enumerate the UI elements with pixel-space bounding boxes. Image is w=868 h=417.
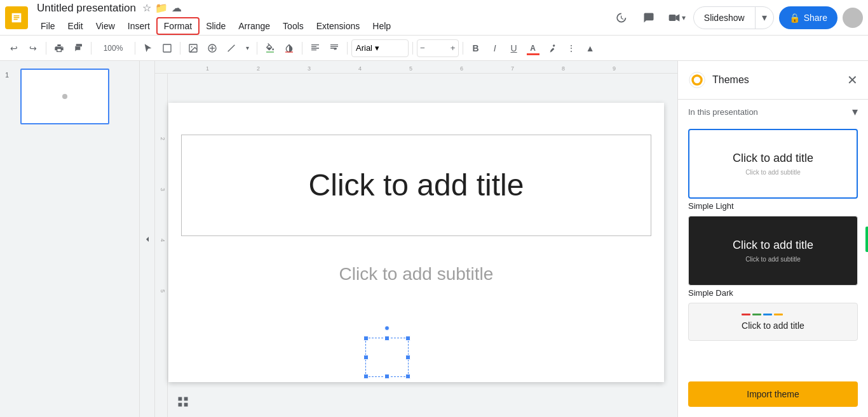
themes-section-arrow: ▾ <box>852 105 858 119</box>
slide-subtitle[interactable]: Click to add subtitle <box>339 264 494 284</box>
separator <box>347 42 348 55</box>
menubar: File Edit View Insert Format Slide Arran… <box>34 17 397 35</box>
menu-insert[interactable]: Insert <box>121 18 156 34</box>
collapse-toolbar-button[interactable]: ▲ <box>581 39 599 57</box>
app-icon[interactable] <box>5 6 28 29</box>
svg-rect-12 <box>285 51 293 52</box>
meet-button[interactable]: ▾ <box>665 6 688 29</box>
handle-br[interactable] <box>405 374 410 379</box>
undo-button[interactable]: ↩ <box>5 39 23 57</box>
ruler-tick: 1 <box>206 65 209 72</box>
font-size-input[interactable]: 14 <box>428 43 448 53</box>
fill-color-button[interactable] <box>261 39 279 57</box>
insert-shapes-button[interactable] <box>203 39 221 57</box>
underline-button[interactable]: U <box>505 39 523 57</box>
theme-thumb-3[interactable]: Click to add title <box>688 303 858 341</box>
selected-object[interactable] <box>365 338 409 377</box>
theme-item-simple-dark: Click to add title Click to add subtitle… <box>688 216 858 298</box>
slideshow-main[interactable]: Slideshow <box>694 7 756 29</box>
themes-header: Themes ✕ <box>678 61 868 100</box>
theme-label-simple-dark: Simple Dark <box>688 288 858 298</box>
menu-file[interactable]: File <box>34 18 62 34</box>
svg-rect-11 <box>266 51 274 52</box>
cursor-button[interactable] <box>139 39 157 57</box>
ruler-tick: 6 <box>460 65 463 72</box>
slide-thumbnail[interactable] <box>20 69 109 124</box>
theme-thumb-simple-dark[interactable]: Click to add title Click to add subtitle <box>688 216 858 286</box>
menu-extensions[interactable]: Extensions <box>310 18 366 34</box>
separator <box>257 42 257 55</box>
decrease-font-button[interactable]: − <box>417 39 428 57</box>
history-button[interactable] <box>609 6 632 29</box>
themes-icon <box>688 71 706 89</box>
toolbar: ↩ ↪ 100% ▾ Arial ▾ <box>0 36 868 61</box>
menu-help[interactable]: Help <box>366 18 397 34</box>
slide-title[interactable]: Click to add title <box>309 168 524 202</box>
handle-tr[interactable] <box>405 336 410 341</box>
theme-title-simple-light: Click to add title <box>733 152 813 165</box>
menu-edit[interactable]: Edit <box>62 18 90 34</box>
svg-rect-1 <box>13 15 19 16</box>
slideshow-dropdown[interactable]: ▾ <box>756 7 773 29</box>
doc-title[interactable]: Untitled presentation <box>34 1 139 16</box>
slideshow-button[interactable]: Slideshow ▾ <box>693 6 774 29</box>
paint-format-button[interactable] <box>69 39 87 57</box>
separator <box>180 42 180 55</box>
more-options-button[interactable]: ⋮ <box>562 39 580 57</box>
separator <box>46 42 46 55</box>
share-button[interactable]: 🔒 Share <box>779 6 837 29</box>
star-icon[interactable]: ☆ <box>142 2 151 14</box>
align-left-button[interactable] <box>306 39 324 57</box>
font-name-label: Arial <box>356 43 372 53</box>
grid-view-button[interactable] <box>173 392 193 412</box>
rotate-handle[interactable] <box>384 326 390 331</box>
zoom-button[interactable]: 100% <box>95 39 131 57</box>
text-wrap-button[interactable] <box>325 39 343 57</box>
themes-section-header[interactable]: In this presentation ▾ <box>678 100 868 124</box>
svg-rect-4 <box>668 15 675 21</box>
handle-bl[interactable] <box>363 374 369 379</box>
menu-tools[interactable]: Tools <box>276 18 310 34</box>
ruler-top: 1 2 3 4 5 6 7 8 9 <box>155 61 677 74</box>
slide-item[interactable]: 1 <box>0 66 139 127</box>
handle-tl[interactable] <box>363 336 369 341</box>
svg-rect-16 <box>184 403 188 407</box>
insert-line-button[interactable] <box>222 39 240 57</box>
comment-button[interactable] <box>637 6 660 29</box>
subtitle-text-box[interactable]: Click to add subtitle <box>181 249 651 300</box>
menu-format[interactable]: Format <box>156 17 200 35</box>
handle-mr[interactable] <box>405 355 410 360</box>
highlight-button[interactable] <box>543 39 561 57</box>
slide-canvas[interactable]: Click to add title Click to add subtitle <box>168 103 664 382</box>
collapse-panel-button[interactable] <box>140 61 155 417</box>
import-theme-button[interactable]: Import theme <box>688 381 858 407</box>
insert-image-button[interactable] <box>184 39 202 57</box>
handle-tc[interactable] <box>384 336 390 341</box>
handle-bc[interactable] <box>384 374 390 379</box>
menu-slide[interactable]: Slide <box>200 18 232 34</box>
font-color-button[interactable]: A <box>524 39 542 57</box>
increase-font-button[interactable]: + <box>448 39 458 57</box>
bold-button[interactable]: B <box>467 39 485 57</box>
cloud-icon[interactable]: ☁ <box>172 2 182 14</box>
line-type-button[interactable]: ▾ <box>241 39 253 57</box>
font-dropdown-icon: ▾ <box>375 43 379 53</box>
italic-button[interactable]: I <box>486 39 504 57</box>
border-color-button[interactable] <box>280 39 298 57</box>
handle-ml[interactable] <box>363 355 369 360</box>
theme-thumb-simple-light[interactable]: Click to add title Click to add subtitle <box>688 129 858 199</box>
svg-rect-3 <box>13 18 17 19</box>
svg-point-19 <box>694 77 701 84</box>
canvas-area[interactable]: 1 2 3 4 5 6 7 8 9 2 3 4 5 Click to add t… <box>155 61 677 417</box>
svg-rect-15 <box>179 403 182 407</box>
print-button[interactable] <box>50 39 68 57</box>
menu-view[interactable]: View <box>90 18 121 34</box>
title-text-box[interactable]: Click to add title <box>181 135 651 236</box>
themes-close-button[interactable]: ✕ <box>847 72 858 88</box>
menu-arrange[interactable]: Arrange <box>232 18 276 34</box>
user-avatar[interactable] <box>843 8 863 28</box>
redo-button[interactable]: ↪ <box>24 39 42 57</box>
select-button[interactable] <box>158 39 176 57</box>
font-selector[interactable]: Arial ▾ <box>351 39 409 57</box>
folder-icon[interactable]: 📁 <box>155 2 168 14</box>
